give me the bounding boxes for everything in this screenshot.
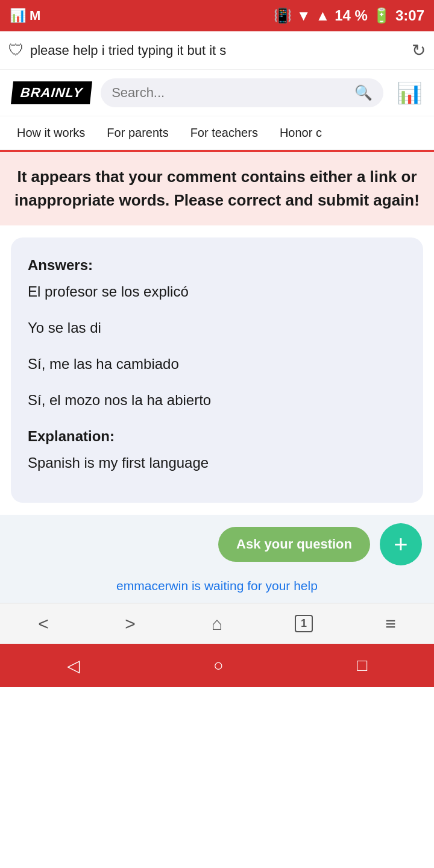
browser-forward-button[interactable]: >	[109, 611, 151, 637]
browser-back-button[interactable]: <	[22, 611, 64, 637]
nav-bar: How it works For parents For teachers Ho…	[0, 116, 434, 150]
explanation-text: Spanish is my first language	[28, 452, 406, 474]
chart-icon[interactable]: 📊	[397, 81, 422, 105]
menu-icon: ≡	[385, 614, 396, 634]
app-icons: 📊 M	[10, 8, 40, 24]
vibrate-icon: 📳	[274, 7, 292, 24]
site-header: BRAINLY 🔍 📊	[0, 70, 434, 116]
nav-how-it-works[interactable]: How it works	[6, 116, 96, 150]
status-left-icons: 📊 M	[10, 8, 40, 24]
status-bar: 📊 M 📳 ▼ ▲ 14 % 🔋 3:07	[0, 0, 434, 31]
answer-card: Answers: El profesor se los explicó Yo s…	[11, 237, 423, 503]
refresh-icon[interactable]: ↻	[412, 40, 426, 60]
answer-1: El profesor se los explicó	[28, 281, 406, 303]
search-box[interactable]: 🔍	[101, 78, 383, 107]
answer-3: Sí, me las ha cambiado	[28, 353, 406, 375]
plus-button[interactable]: +	[380, 523, 422, 565]
url-text[interactable]: please help i tried typing it but it s	[30, 43, 406, 58]
tab-count-badge: 1	[295, 615, 313, 632]
browser-menu-button[interactable]: ≡	[370, 611, 412, 637]
brainly-logo[interactable]: BRAINLY	[11, 81, 92, 104]
shield-icon: 🛡	[8, 41, 24, 60]
waiting-bar: emmacerwin is waiting for your help	[0, 574, 434, 603]
nav-for-parents[interactable]: For parents	[96, 116, 179, 150]
nav-for-teachers[interactable]: For teachers	[180, 116, 269, 150]
search-icon[interactable]: 🔍	[354, 84, 373, 101]
explanation-label: Explanation:	[28, 426, 406, 447]
android-home-button[interactable]: ○	[213, 656, 224, 675]
android-recent-button[interactable]: □	[357, 656, 367, 675]
status-right-info: 📳 ▼ ▲ 14 % 🔋 3:07	[274, 7, 424, 24]
nav-honor-code[interactable]: Honor c	[269, 116, 333, 150]
signal-icon: ▲	[315, 7, 330, 24]
battery-icon: 🔋	[373, 7, 391, 24]
home-icon: ⌂	[212, 614, 222, 634]
answer-4: Sí, el mozo nos la ha abierto	[28, 389, 406, 411]
back-arrow-icon: <	[38, 614, 49, 634]
browser-tab-button[interactable]: 1	[283, 611, 325, 637]
browser-nav-bar: < > ⌂ 1 ≡	[0, 603, 434, 644]
answers-label: Answers:	[28, 254, 406, 276]
android-back-button[interactable]: ◁	[67, 656, 80, 676]
search-input[interactable]	[112, 85, 348, 101]
warning-text: It appears that your comment contains ei…	[14, 165, 420, 212]
time: 3:07	[395, 7, 424, 24]
wifi-icon: ▼	[297, 7, 311, 24]
bottom-action-bar: Ask your question +	[0, 515, 434, 574]
battery-text: 14 %	[335, 7, 368, 24]
forward-arrow-icon: >	[125, 614, 136, 634]
browser-home-button[interactable]: ⌂	[196, 611, 238, 637]
warning-banner: It appears that your comment contains ei…	[0, 150, 434, 225]
android-nav-bar: ◁ ○ □	[0, 644, 434, 687]
answer-2: Yo se las di	[28, 317, 406, 339]
ask-question-button[interactable]: Ask your question	[218, 527, 370, 562]
waiting-text: emmacerwin is waiting for your help	[116, 579, 318, 593]
address-bar: 🛡 please help i tried typing it but it s…	[0, 31, 434, 70]
